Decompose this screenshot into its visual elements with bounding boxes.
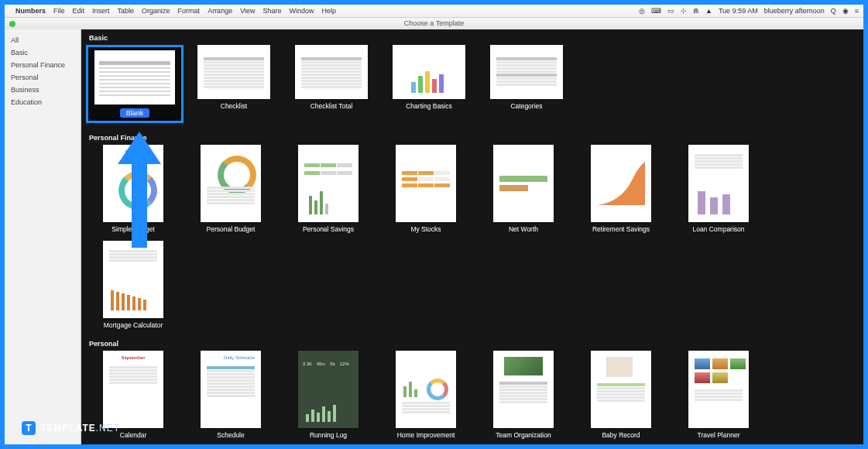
menu-table[interactable]: Table: [118, 7, 135, 15]
template-team-organization-label: Team Organization: [475, 431, 572, 439]
template-categories[interactable]: Categories: [478, 45, 575, 123]
template-checklist-total-label: Checklist Total: [283, 102, 380, 110]
template-running-log[interactable]: 2.3645m5k12% Running Log: [280, 351, 377, 439]
template-my-stocks-label: My Stocks: [377, 225, 475, 233]
section-basic-label: Basic: [81, 29, 863, 43]
menu-organize[interactable]: Organize: [142, 7, 170, 15]
menu-arrange[interactable]: Arrange: [208, 7, 232, 15]
watermark-logo-icon: T: [22, 421, 36, 435]
status-bluetooth-icon[interactable]: ⊹: [681, 7, 687, 15]
template-charting-basics-label: Charting Basics: [380, 102, 478, 110]
template-personal-budget[interactable]: Personal Budget: [182, 145, 280, 233]
spotlight-icon[interactable]: Q: [831, 7, 836, 15]
template-charting-basics[interactable]: Charting Basics: [380, 45, 478, 123]
status-wifi-icon[interactable]: ⋒: [693, 7, 699, 15]
app-name[interactable]: Numbers: [15, 7, 46, 15]
template-charting-basics-thumb: [393, 45, 465, 99]
template-personal-savings-label: Personal Savings: [280, 225, 377, 233]
template-mortgage-calculator-label: Mortgage Calculator: [84, 321, 182, 329]
template-travel-planner-label: Travel Planner: [670, 431, 767, 439]
template-simple-budget[interactable]: Budget Simple Budget: [84, 145, 182, 233]
template-checklist-total[interactable]: Checklist Total: [283, 45, 380, 123]
template-running-log-label: Running Log: [280, 431, 377, 439]
template-my-stocks-thumb: [396, 145, 456, 222]
template-checklist-thumb: [197, 45, 270, 99]
template-simple-budget-label: Simple Budget: [84, 225, 182, 233]
template-checklist[interactable]: Checklist: [185, 45, 283, 123]
template-blank-thumb: [94, 50, 175, 105]
status-user[interactable]: blueberry afternoon: [764, 7, 825, 15]
template-baby-record-thumb: [591, 351, 651, 428]
template-loan-comparison[interactable]: Loan Comparison: [670, 145, 767, 233]
status-display-icon[interactable]: ▭: [667, 7, 674, 15]
template-simple-budget-thumb: Budget: [103, 145, 163, 222]
sidebar-item-personal[interactable]: Personal: [5, 71, 81, 84]
watermark-brand: TEMPLATE: [40, 423, 96, 434]
template-retirement-savings[interactable]: Retirement Savings: [572, 145, 670, 233]
template-personal-budget-label: Personal Budget: [182, 225, 280, 233]
watermark-suffix: .NET: [96, 423, 120, 434]
watermark: T TEMPLATE.NET: [22, 421, 120, 435]
template-travel-planner-thumb: [688, 351, 749, 428]
siri-icon[interactable]: ◉: [842, 7, 849, 15]
template-schedule[interactable]: Daily Schedule Schedule: [182, 351, 280, 439]
template-blank[interactable]: Blank: [84, 45, 185, 123]
sidebar-item-education[interactable]: Education: [5, 96, 81, 108]
notification-center-icon[interactable]: ≡: [855, 7, 859, 15]
template-schedule-thumb: Daily Schedule: [201, 351, 261, 428]
template-mortgage-calculator-thumb: [103, 241, 163, 318]
template-net-worth-label: Net Worth: [475, 225, 572, 233]
sidebar-item-all[interactable]: All: [5, 34, 81, 46]
menu-share[interactable]: Share: [263, 7, 282, 15]
template-checklist-total-thumb: [295, 45, 368, 99]
template-team-organization-thumb: [493, 351, 554, 428]
menu-window[interactable]: Window: [290, 7, 314, 15]
template-retirement-savings-thumb: [591, 145, 651, 222]
template-personal-savings-thumb: [298, 145, 359, 222]
status-volume-icon[interactable]: ▲: [705, 7, 712, 15]
template-mortgage-calculator[interactable]: Mortgage Calculator: [84, 241, 182, 329]
menu-edit[interactable]: Edit: [73, 7, 85, 15]
template-personal-savings[interactable]: Personal Savings: [280, 145, 377, 233]
template-home-improvement-thumb: [396, 351, 456, 428]
menu-format[interactable]: Format: [178, 7, 201, 15]
template-running-log-thumb: 2.3645m5k12%: [298, 351, 359, 428]
template-loan-comparison-thumb: [688, 145, 749, 222]
template-calendar-thumb: September: [103, 351, 163, 428]
template-net-worth-thumb: [493, 145, 554, 222]
template-home-improvement[interactable]: Home Improvement: [377, 351, 475, 439]
template-team-organization[interactable]: Team Organization: [475, 351, 572, 439]
section-personal-finance-label: Personal Finance: [81, 129, 863, 143]
template-baby-record-label: Baby Record: [572, 431, 670, 439]
macos-menubar: Numbers File Edit Insert Table Organize …: [5, 5, 863, 17]
section-personal-label: Personal: [81, 335, 863, 349]
template-loan-comparison-label: Loan Comparison: [670, 225, 767, 233]
menu-file[interactable]: File: [53, 7, 65, 15]
template-net-worth[interactable]: Net Worth: [475, 145, 572, 233]
status-clock[interactable]: Tue 9:59 AM: [719, 7, 758, 15]
status-eye-icon[interactable]: ◎: [639, 7, 645, 15]
menu-view[interactable]: View: [240, 7, 255, 15]
template-gallery: Basic Blank: [81, 29, 863, 444]
template-travel-planner[interactable]: Travel Planner: [670, 351, 767, 439]
template-blank-label: Blank: [120, 108, 150, 118]
template-schedule-label: Schedule: [182, 431, 280, 439]
template-home-improvement-label: Home Improvement: [377, 431, 475, 439]
sidebar-item-business[interactable]: Business: [5, 84, 81, 96]
menu-insert[interactable]: Insert: [92, 7, 110, 15]
template-my-stocks[interactable]: My Stocks: [377, 145, 475, 233]
template-categories-thumb: [490, 45, 563, 99]
sidebar-item-basic[interactable]: Basic: [5, 46, 81, 59]
template-checklist-label: Checklist: [185, 102, 283, 110]
template-baby-record[interactable]: Baby Record: [572, 351, 670, 439]
menu-help[interactable]: Help: [322, 7, 337, 15]
template-retirement-savings-label: Retirement Savings: [572, 225, 670, 233]
template-category-sidebar: All Basic Personal Finance Personal Busi…: [5, 29, 81, 444]
status-keyboard-icon[interactable]: ⌨: [651, 7, 661, 15]
window-title: Choose a Template: [5, 19, 863, 27]
template-personal-budget-thumb: [201, 145, 261, 222]
template-categories-label: Categories: [478, 102, 575, 110]
sidebar-item-personal-finance[interactable]: Personal Finance: [5, 59, 81, 71]
